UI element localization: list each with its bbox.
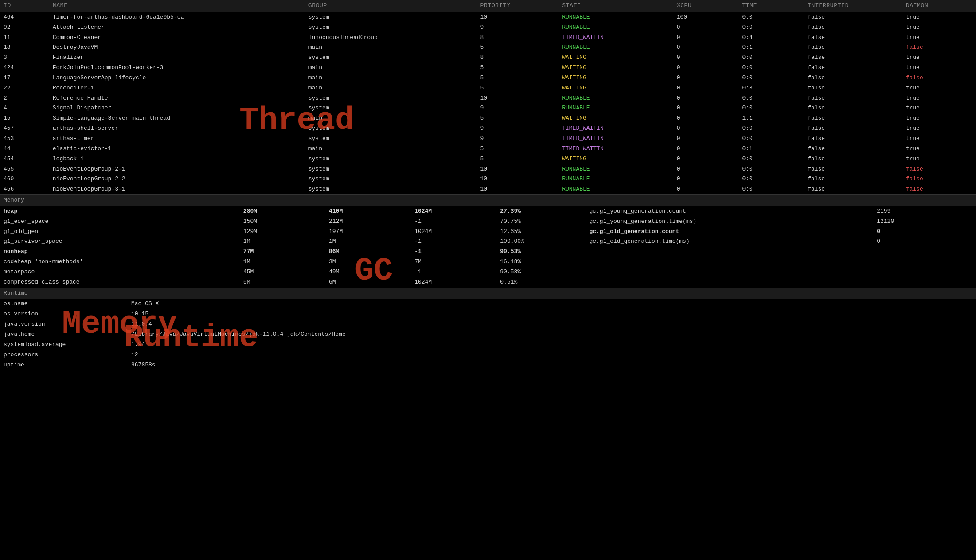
cell-time: 0:3 bbox=[738, 83, 804, 93]
cell-rt-key: systemload.average bbox=[0, 340, 124, 350]
cell-mem-total: 6M bbox=[325, 277, 411, 288]
cell-gc-name bbox=[582, 257, 873, 267]
cell-mem-max: -1 bbox=[411, 267, 496, 277]
cell-gc-name: gc.g1_young_generation.time(ms) bbox=[582, 217, 873, 227]
table-row: 457 arthas-shell-server system 9 TIMED_W… bbox=[0, 124, 976, 134]
cell-name: Timer-for-arthas-dashboard-6da1e0b5-ea bbox=[49, 12, 305, 22]
cell-mem-total: 197M bbox=[325, 227, 411, 237]
cell-name: Attach Listener bbox=[49, 23, 305, 33]
cell-interrupted: false bbox=[804, 174, 902, 184]
cell-mem-max: 1024M bbox=[411, 206, 496, 217]
cell-name: nioEventLoopGroup-2-1 bbox=[49, 164, 305, 175]
cell-mem-max: -1 bbox=[411, 237, 496, 247]
cell-name: ForkJoinPool.commonPool-worker-3 bbox=[49, 63, 305, 73]
cell-cpu: 0 bbox=[673, 113, 739, 124]
cell-time: 0:0 bbox=[738, 93, 804, 104]
cell-gc-name: gc.g1_old_generation.count bbox=[582, 227, 873, 237]
cell-interrupted: false bbox=[804, 103, 902, 113]
cell-priority: 5 bbox=[477, 154, 559, 164]
cell-id: 456 bbox=[0, 184, 49, 194]
cell-mem-usage: 100.00% bbox=[496, 237, 582, 247]
cell-daemon: true bbox=[902, 103, 976, 113]
cell-cpu: 0 bbox=[673, 103, 739, 113]
cell-time: 0:0 bbox=[738, 63, 804, 73]
cell-id: 3 bbox=[0, 53, 49, 63]
cell-group: main bbox=[305, 63, 477, 73]
cell-cpu: 0 bbox=[673, 174, 739, 184]
cell-priority: 5 bbox=[477, 83, 559, 93]
cell-daemon: false bbox=[902, 164, 976, 175]
cell-name: DestroyJavaVM bbox=[49, 43, 305, 53]
memory-section-header: Memory bbox=[0, 194, 976, 206]
page-wrapper: Thread Memory GC Runtime ID NAME GROUP P… bbox=[0, 0, 976, 370]
cell-name: Signal Dispatcher bbox=[49, 103, 305, 113]
cell-interrupted: false bbox=[804, 113, 902, 124]
cell-group: main bbox=[305, 144, 477, 154]
cell-rt-value: 12 bbox=[124, 350, 976, 360]
cell-group: InnocuousThreadGroup bbox=[305, 33, 477, 43]
cell-time: 0:0 bbox=[738, 154, 804, 164]
cell-daemon: true bbox=[902, 33, 976, 43]
cell-rt-value: 11.0.4 bbox=[124, 319, 976, 330]
cell-mem-usage: 27.39% bbox=[496, 206, 582, 217]
cell-mem-used: 5M bbox=[240, 277, 325, 288]
cell-mem-used: 280M bbox=[240, 206, 325, 217]
cell-interrupted: false bbox=[804, 83, 902, 93]
list-item: metaspace 45M 49M -1 90.58% bbox=[0, 267, 976, 277]
cell-id: 455 bbox=[0, 164, 49, 175]
cell-priority: 10 bbox=[477, 164, 559, 175]
cell-gc-name bbox=[582, 247, 873, 257]
cell-cpu: 0 bbox=[673, 93, 739, 104]
cell-time: 0:1 bbox=[738, 43, 804, 53]
cell-group: system bbox=[305, 174, 477, 184]
cell-priority: 10 bbox=[477, 184, 559, 194]
cell-name: logback-1 bbox=[49, 154, 305, 164]
cell-cpu: 100 bbox=[673, 12, 739, 22]
cell-time: 0:0 bbox=[738, 134, 804, 144]
table-row: 455 nioEventLoopGroup-2-1 system 10 RUNN… bbox=[0, 164, 976, 175]
cell-state: RUNNABLE bbox=[558, 43, 673, 53]
cell-gc-name: gc.g1_young_generation.count bbox=[582, 206, 873, 217]
cell-name: nioEventLoopGroup-3-1 bbox=[49, 184, 305, 194]
cell-gc-name bbox=[582, 277, 873, 288]
cell-time: 0:0 bbox=[738, 124, 804, 134]
cell-daemon: false bbox=[902, 184, 976, 194]
cell-gc-value: 2199 bbox=[873, 206, 976, 217]
cell-time: 0:0 bbox=[738, 164, 804, 175]
cell-priority: 10 bbox=[477, 174, 559, 184]
cell-group: main bbox=[305, 83, 477, 93]
cell-group: system bbox=[305, 184, 477, 194]
cell-interrupted: false bbox=[804, 124, 902, 134]
cell-daemon: true bbox=[902, 124, 976, 134]
cell-daemon: true bbox=[902, 93, 976, 104]
cell-daemon: true bbox=[902, 63, 976, 73]
cell-time: 1:1 bbox=[738, 113, 804, 124]
cell-rt-value: 1.94 bbox=[124, 340, 976, 350]
cell-cpu: 0 bbox=[673, 124, 739, 134]
cell-state: WAITING bbox=[558, 73, 673, 83]
mem-tbody: heap 280M 410M 1024M 27.39% gc.g1_young_… bbox=[0, 206, 976, 288]
cell-id: 17 bbox=[0, 73, 49, 83]
cell-rt-value: 967858s bbox=[124, 360, 976, 370]
list-item: g1_eden_space 150M 212M -1 70.75% gc.g1_… bbox=[0, 217, 976, 227]
table-row: 464 Timer-for-arthas-dashboard-6da1e0b5-… bbox=[0, 12, 976, 22]
cell-daemon: true bbox=[902, 113, 976, 124]
cell-rt-key: java.home bbox=[0, 330, 124, 340]
cell-gc-value: 12120 bbox=[873, 217, 976, 227]
cell-name: Common-Cleaner bbox=[49, 33, 305, 43]
cell-name: nioEventLoopGroup-2-2 bbox=[49, 174, 305, 184]
cell-cpu: 0 bbox=[673, 144, 739, 154]
cell-gc-value: 0 bbox=[873, 237, 976, 247]
cell-mem-used: 45M bbox=[240, 267, 325, 277]
cell-rt-value: /Library/Java/JavaVirtualMachines/jdk-11… bbox=[124, 330, 976, 340]
cell-mem-total: 49M bbox=[325, 267, 411, 277]
cell-mem-total: 86M bbox=[325, 247, 411, 257]
cell-gc-value bbox=[873, 257, 976, 267]
cell-group: main bbox=[305, 113, 477, 124]
cell-priority: 10 bbox=[477, 12, 559, 22]
cell-time: 0:0 bbox=[738, 53, 804, 63]
cell-priority: 8 bbox=[477, 33, 559, 43]
cell-state: RUNNABLE bbox=[558, 23, 673, 33]
cell-interrupted: false bbox=[804, 144, 902, 154]
table-row: 456 nioEventLoopGroup-3-1 system 10 RUNN… bbox=[0, 184, 976, 194]
